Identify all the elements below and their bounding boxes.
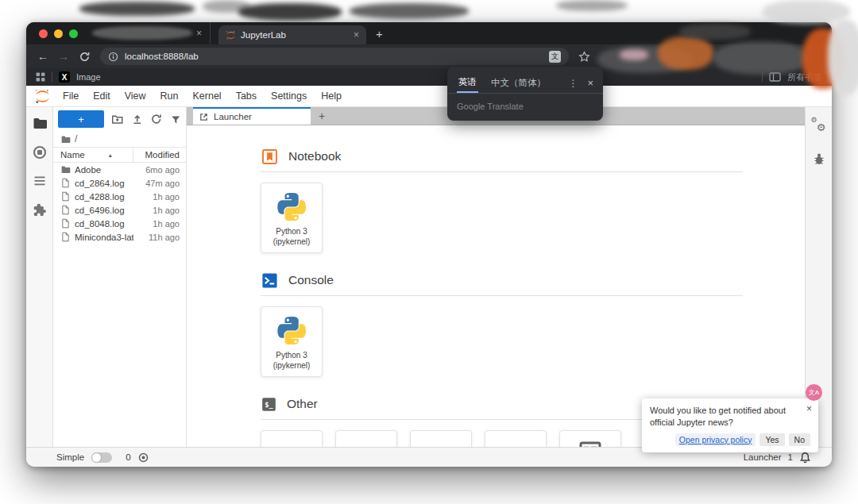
table-of-contents-icon[interactable] (33, 174, 47, 188)
card-caption: Python 3 (ipykernel) (273, 350, 311, 371)
kernel-status-icon[interactable] (138, 452, 149, 463)
notebook-icon (261, 148, 279, 166)
tab-close-icon[interactable]: × (354, 29, 359, 40)
column-header-modified[interactable]: Modified (133, 150, 186, 160)
kebab-menu-icon[interactable]: ⋮ (568, 78, 578, 89)
window-controls (39, 29, 78, 38)
desktop: × JupyterLab × + ← → localh (0, 0, 858, 504)
file-row[interactable]: cd_6496.log 1h ago (53, 203, 186, 217)
url-text[interactable]: localhost:8888/lab (125, 52, 199, 61)
tab-close-icon[interactable]: × (196, 28, 202, 39)
no-button[interactable]: No (789, 433, 810, 446)
file-icon (60, 232, 71, 242)
close-icon[interactable]: × (587, 77, 593, 89)
filter-icon[interactable] (170, 113, 182, 125)
site-info-icon[interactable] (108, 52, 118, 62)
menu-settings[interactable]: Settings (264, 90, 314, 102)
launcher-card-python3-notebook[interactable]: Python 3 (ipykernel) (261, 183, 323, 253)
launcher-card-terminal[interactable]: $_ Terminal (261, 430, 323, 447)
extension-manager-icon[interactable] (32, 202, 48, 217)
close-window-button[interactable] (39, 29, 48, 38)
card-row: Python 3 (ipykernel) (261, 183, 743, 253)
file-browser-toolbar: + (53, 107, 186, 131)
contextual-help-icon (578, 438, 603, 447)
back-button[interactable]: ← (37, 51, 48, 62)
launcher-section-notebook: Notebook Python 3 (ipykernel) (261, 146, 743, 253)
forward-button[interactable]: → (58, 51, 69, 62)
tab-launcher[interactable]: Launcher (193, 107, 311, 125)
bookmark-item-image[interactable]: Image (76, 72, 101, 82)
redaction-smudge (828, 20, 858, 95)
add-tab-button[interactable]: + (311, 107, 333, 125)
launcher-card-python-file[interactable]: Python File (485, 430, 547, 447)
close-icon[interactable]: × (806, 403, 812, 414)
launcher-card-markdown-file[interactable]: M Markdown File (410, 430, 472, 447)
menu-view[interactable]: View (118, 90, 153, 102)
translate-page-icon[interactable]: 文 (549, 51, 561, 63)
refresh-icon[interactable] (150, 113, 162, 125)
upload-icon[interactable] (131, 113, 143, 125)
file-row[interactable]: Adobe 6mo ago (53, 163, 186, 176)
card-caption: Python 3 (ipykernel) (273, 226, 311, 247)
yes-button[interactable]: Yes (759, 433, 784, 446)
card-row: Python 3 (ipykernel) (261, 306, 743, 377)
file-row[interactable]: cd_2864.log 47m ago (53, 176, 186, 190)
redaction-smudge (238, 3, 342, 21)
menu-run[interactable]: Run (153, 90, 186, 102)
section-heading: Console (261, 270, 743, 290)
notification-message: Would you like to get notified about off… (650, 405, 794, 429)
browser-tab-jupyterlab[interactable]: JupyterLab × (218, 25, 366, 44)
breadcrumb-root[interactable]: / (75, 133, 77, 144)
file-row[interactable]: Miniconda3-late... 11h ago (53, 230, 186, 244)
debugger-bug-icon[interactable] (812, 152, 826, 166)
status-bar-right: Launcher 1 (744, 452, 811, 464)
redaction-smudge (203, 0, 250, 13)
menu-help[interactable]: Help (314, 90, 349, 102)
file-row[interactable]: cd_4288.log 1h ago (53, 190, 186, 203)
launcher-card-python3-console[interactable]: Python 3 (ipykernel) (261, 306, 323, 377)
menu-file[interactable]: File (56, 90, 86, 102)
running-kernels-icon[interactable] (32, 144, 48, 160)
launcher-card-text-file[interactable]: Text File (335, 430, 397, 447)
address-bar[interactable]: localhost:8888/lab 文 (100, 48, 569, 65)
file-browser-icon[interactable] (32, 115, 48, 131)
file-icon (60, 205, 71, 215)
file-icon (60, 191, 71, 202)
privacy-policy-link[interactable]: Open privacy policy (675, 433, 756, 446)
tab-title: JupyterLab (241, 30, 286, 40)
new-launcher-button[interactable]: + (58, 110, 104, 128)
property-inspector-icon[interactable]: ⚙⚙ (811, 117, 827, 133)
breadcrumb[interactable]: / (53, 131, 186, 147)
translate-brand-label: Google Translate (447, 94, 603, 121)
divider (52, 72, 52, 82)
browser-tab-redacted[interactable]: × (92, 22, 211, 44)
divider (261, 171, 743, 172)
zoom-window-button[interactable] (69, 29, 78, 38)
bookmark-star-icon[interactable] (578, 51, 590, 63)
tab-launcher-label: Launcher (214, 112, 252, 121)
toggle-knob (92, 453, 101, 462)
column-header-name[interactable]: Name ▴ (53, 148, 133, 162)
jupyter-news-notification: Would you like to get notified about off… (642, 398, 818, 452)
apps-grid-icon[interactable] (36, 72, 45, 82)
new-tab-button[interactable]: + (376, 27, 383, 40)
menu-tabs[interactable]: Tabs (229, 90, 264, 102)
new-folder-icon[interactable] (111, 113, 123, 125)
jupyterlab-main: + (26, 107, 832, 447)
menu-edit[interactable]: Edit (86, 90, 118, 102)
folder-icon (60, 134, 71, 144)
launcher-card-contextual-help[interactable]: Show Contextual Help (559, 430, 621, 447)
simple-mode-toggle[interactable] (91, 452, 112, 463)
divider (762, 72, 763, 82)
all-bookmarks[interactable]: 所有书签 (762, 71, 822, 83)
file-row[interactable]: cd_8048.log 1h ago (53, 217, 186, 230)
reload-button[interactable] (79, 51, 91, 63)
translate-extension-badge[interactable]: 文A (806, 384, 822, 401)
google-translate-popup: 英语 中文（简体） ⋮ × Google Translate (447, 67, 603, 121)
menu-kernel[interactable]: Kernel (186, 90, 229, 102)
redaction-smudge (79, 2, 195, 16)
minimize-window-button[interactable] (54, 29, 63, 38)
translate-source-tab[interactable]: 英语 (457, 73, 478, 93)
translate-target-tab[interactable]: 中文（简体） (491, 77, 546, 89)
bell-icon[interactable] (799, 452, 811, 464)
